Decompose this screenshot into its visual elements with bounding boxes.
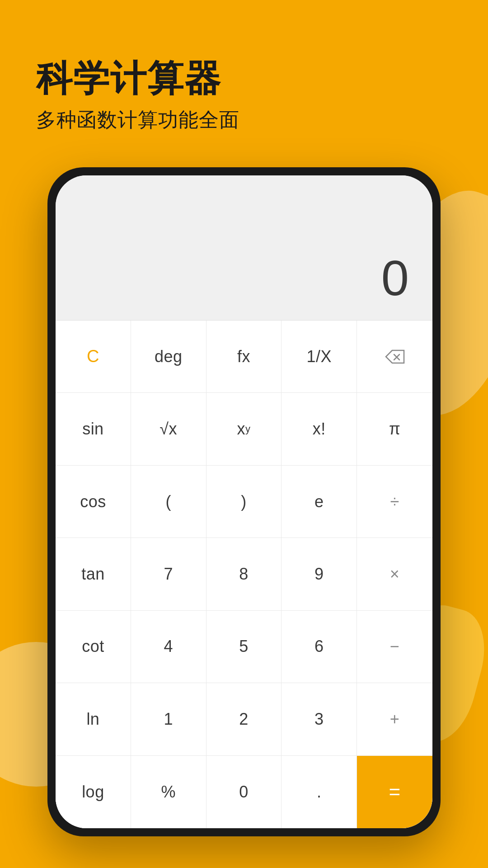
key-clear[interactable]: C xyxy=(56,321,131,393)
app-subtitle: 多种函数计算功能全面 xyxy=(36,107,239,133)
key-power[interactable]: xy xyxy=(206,393,282,465)
calculator-keyboard: Cdegfx1/Xsin√xxyx!πcos()e÷tan789×cot456−… xyxy=(56,320,432,828)
key-ln[interactable]: ln xyxy=(56,683,131,755)
app-title: 科学计算器 xyxy=(36,59,239,99)
phone-inner: 0 Cdegfx1/Xsin√xxyx!πcos()e÷tan789×cot45… xyxy=(56,175,432,828)
key-one[interactable]: 1 xyxy=(131,683,206,755)
key-minus[interactable]: − xyxy=(357,611,432,683)
key-euler[interactable]: e xyxy=(282,466,357,538)
key-open-paren[interactable]: ( xyxy=(131,466,206,538)
phone-container: 0 Cdegfx1/Xsin√xxyx!πcos()e÷tan789×cot45… xyxy=(47,167,441,836)
key-percent[interactable]: % xyxy=(131,756,206,828)
key-sin[interactable]: sin xyxy=(56,393,131,465)
key-plus[interactable]: + xyxy=(357,683,432,755)
key-fx[interactable]: fx xyxy=(206,321,282,393)
key-cot[interactable]: cot xyxy=(56,611,131,683)
key-pi[interactable]: π xyxy=(357,393,432,465)
key-equals[interactable]: = xyxy=(357,756,432,828)
key-reciprocal[interactable]: 1/X xyxy=(282,321,357,393)
key-six[interactable]: 6 xyxy=(282,611,357,683)
key-multiply[interactable]: × xyxy=(357,538,432,610)
key-log[interactable]: log xyxy=(56,756,131,828)
display-area: 0 xyxy=(56,175,432,320)
key-five[interactable]: 5 xyxy=(206,611,282,683)
key-backspace[interactable] xyxy=(357,321,432,393)
key-sqrt[interactable]: √x xyxy=(131,393,206,465)
key-cos[interactable]: cos xyxy=(56,466,131,538)
phone-frame: 0 Cdegfx1/Xsin√xxyx!πcos()e÷tan789×cot45… xyxy=(47,167,441,836)
key-four[interactable]: 4 xyxy=(131,611,206,683)
key-divide[interactable]: ÷ xyxy=(357,466,432,538)
key-eight[interactable]: 8 xyxy=(206,538,282,610)
key-nine[interactable]: 9 xyxy=(282,538,357,610)
key-factorial[interactable]: x! xyxy=(282,393,357,465)
key-decimal[interactable]: . xyxy=(282,756,357,828)
key-seven[interactable]: 7 xyxy=(131,538,206,610)
header: 科学计算器 多种函数计算功能全面 xyxy=(36,59,239,133)
key-zero[interactable]: 0 xyxy=(206,756,282,828)
key-three[interactable]: 3 xyxy=(282,683,357,755)
display-value: 0 xyxy=(381,249,410,307)
key-tan[interactable]: tan xyxy=(56,538,131,610)
key-deg[interactable]: deg xyxy=(131,321,206,393)
key-close-paren[interactable]: ) xyxy=(206,466,282,538)
key-two[interactable]: 2 xyxy=(206,683,282,755)
